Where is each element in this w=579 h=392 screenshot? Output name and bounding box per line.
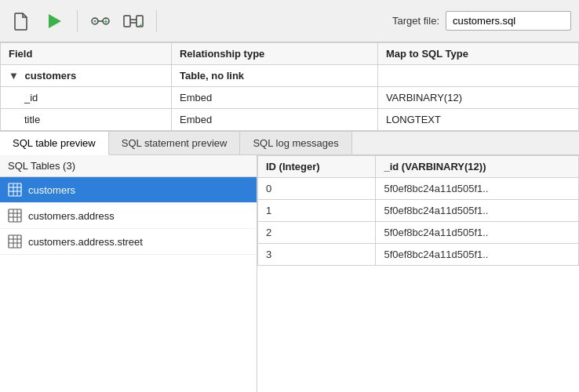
target-file-input[interactable] bbox=[446, 11, 571, 31]
tabs-bar: SQL table preview SQL statement preview … bbox=[0, 131, 579, 155]
table-grid-icon bbox=[8, 209, 22, 223]
svg-rect-6 bbox=[124, 16, 130, 27]
sql-tables-header: SQL Tables (3) bbox=[0, 155, 257, 177]
field-cell: _id bbox=[1, 87, 172, 109]
schema-table-header-row: Field Relationship type Map to SQL Type bbox=[1, 43, 579, 65]
svg-rect-16 bbox=[9, 209, 21, 222]
varbinary-header: _id (VARBINARY(12)) bbox=[376, 156, 579, 178]
svg-point-4 bbox=[94, 20, 96, 22]
sql-table-item-customers-address-street[interactable]: customers.address.street bbox=[0, 229, 257, 255]
rel-type-header: Relationship type bbox=[171, 43, 377, 65]
rel-type-cell: Embed bbox=[171, 109, 377, 131]
val-cell: 5f0ef8bc24a11d505f1.. bbox=[376, 244, 579, 266]
bottom-area: SQL Tables (3) customers customers.addre… bbox=[0, 155, 579, 392]
add-relation-icon: + bbox=[90, 13, 111, 30]
connect-button[interactable]: + bbox=[120, 8, 147, 34]
val-cell: 5f0ef8bc24a11d505f1.. bbox=[376, 178, 579, 200]
sql-type-header: Map to SQL Type bbox=[377, 43, 578, 65]
preview-table: ID (Integer) _id (VARBINARY(12)) 0 5f0ef… bbox=[257, 155, 579, 266]
tab-sql-log-messages[interactable]: SQL log messages bbox=[240, 132, 351, 154]
toolbar: + + Target file: bbox=[0, 0, 579, 42]
sql-table-name: customers.address.street bbox=[28, 236, 143, 248]
svg-text:+: + bbox=[139, 22, 143, 30]
svg-rect-21 bbox=[9, 235, 21, 248]
tab-sql-statement-preview[interactable]: SQL statement preview bbox=[109, 132, 241, 154]
id-cell: 2 bbox=[258, 222, 376, 244]
table-grid-icon bbox=[8, 234, 22, 249]
table-row: 1 5f0ef8bc24a11d505f1.. bbox=[258, 200, 579, 222]
add-relation-button[interactable]: + bbox=[87, 8, 114, 34]
sql-type-cell bbox=[377, 65, 578, 87]
id-cell: 0 bbox=[258, 178, 376, 200]
schema-table: Field Relationship type Map to SQL Type … bbox=[0, 42, 579, 131]
val-cell: 5f0ef8bc24a11d505f1.. bbox=[376, 222, 579, 244]
preview-header-row: ID (Integer) _id (VARBINARY(12)) bbox=[258, 156, 579, 178]
toolbar-divider-1 bbox=[77, 10, 78, 32]
field-header: Field bbox=[1, 43, 172, 65]
table-row[interactable]: ▼ customers Table, no link bbox=[1, 65, 579, 87]
sql-type-cell: LONGTEXT bbox=[377, 109, 578, 131]
svg-rect-11 bbox=[9, 183, 21, 196]
new-file-icon bbox=[13, 12, 30, 31]
table-grid-icon bbox=[8, 183, 22, 197]
field-cell: ▼ customers bbox=[1, 65, 172, 87]
run-button[interactable] bbox=[41, 8, 67, 34]
chevron-down-icon: ▼ bbox=[9, 70, 19, 82]
rel-type-cell: Table, no link bbox=[171, 65, 377, 87]
table-row: 2 5f0ef8bc24a11d505f1.. bbox=[258, 222, 579, 244]
id-header: ID (Integer) bbox=[258, 156, 376, 178]
id-cell: 1 bbox=[258, 200, 376, 222]
left-panel: SQL Tables (3) customers customers.addre… bbox=[0, 155, 257, 392]
table-row[interactable]: title Embed LONGTEXT bbox=[1, 109, 579, 131]
target-file-label: Target file: bbox=[392, 15, 439, 27]
sql-type-cell: VARBINARY(12) bbox=[377, 87, 578, 109]
svg-marker-0 bbox=[49, 14, 61, 28]
new-file-button[interactable] bbox=[8, 8, 35, 34]
connect-icon: + bbox=[123, 13, 144, 30]
table-row[interactable]: _id Embed VARBINARY(12) bbox=[1, 87, 579, 109]
sql-table-name: customers bbox=[28, 184, 75, 196]
table-row: 3 5f0ef8bc24a11d505f1.. bbox=[258, 244, 579, 266]
table-row: 0 5f0ef8bc24a11d505f1.. bbox=[258, 178, 579, 200]
toolbar-divider-2 bbox=[156, 10, 157, 32]
tab-sql-table-preview[interactable]: SQL table preview bbox=[0, 132, 109, 155]
right-panel: ID (Integer) _id (VARBINARY(12)) 0 5f0ef… bbox=[257, 155, 579, 392]
svg-text:+: + bbox=[104, 17, 108, 26]
rel-type-cell: Embed bbox=[171, 87, 377, 109]
sql-table-name: customers.address bbox=[28, 210, 115, 222]
run-icon bbox=[46, 13, 63, 30]
val-cell: 5f0ef8bc24a11d505f1.. bbox=[376, 200, 579, 222]
sql-table-item-customers[interactable]: customers bbox=[0, 177, 257, 203]
id-cell: 3 bbox=[258, 244, 376, 266]
sql-table-item-customers-address[interactable]: customers.address bbox=[0, 203, 257, 229]
field-cell: title bbox=[1, 109, 172, 131]
